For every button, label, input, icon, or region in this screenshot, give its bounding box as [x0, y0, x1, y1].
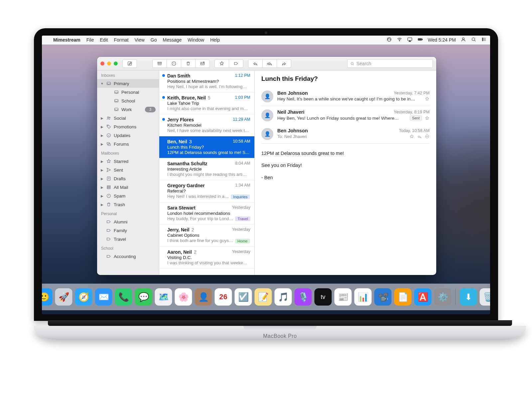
dock-launchpad[interactable]: 🚀 — [55, 288, 72, 306]
tray-icon — [114, 98, 119, 103]
menu-message[interactable]: Message — [163, 37, 182, 43]
sidebar-item-school[interactable]: School — [97, 96, 159, 105]
dock-numbers[interactable]: 📊 — [354, 288, 372, 306]
sidebar-item-forums[interactable]: ▶Forums — [97, 140, 159, 148]
dock-contacts[interactable]: 👤 — [195, 288, 212, 306]
laptop-deck: MacBook Pro — [34, 326, 526, 340]
label-button[interactable] — [229, 59, 243, 68]
menu-edit[interactable]: Edit — [100, 37, 108, 43]
svg-point-34 — [427, 136, 427, 137]
menu-view[interactable]: View — [135, 37, 145, 43]
camera-dot — [265, 32, 267, 34]
dock-downloads[interactable]: ⬇︎ — [460, 288, 477, 306]
menu-go[interactable]: Go — [151, 37, 157, 43]
sidebar-item-travel[interactable]: Travel — [97, 235, 159, 243]
dock-safari[interactable]: 🧭 — [75, 288, 92, 306]
dock-reminders[interactable]: ☑️ — [235, 288, 252, 306]
creative-cloud-icon[interactable] — [386, 37, 392, 43]
thread-message-collapsed[interactable]: 👤Neil JhaveriYesterday, 8:19 PMHey Ben, … — [261, 106, 430, 125]
tag-icon — [106, 124, 111, 129]
message-row[interactable]: Samantha Schultz8:04 AMInteresting Artic… — [159, 158, 254, 180]
control-center-icon[interactable] — [481, 37, 487, 43]
archive-button[interactable] — [152, 59, 167, 68]
sidebar-item-spam[interactable]: ▶Spam — [97, 192, 159, 200]
menu-window[interactable]: Window — [188, 37, 204, 43]
spam-button[interactable] — [167, 59, 181, 68]
compose-button[interactable] — [122, 59, 137, 68]
airplay-icon[interactable] — [407, 37, 413, 43]
window-zoom-button[interactable] — [114, 62, 118, 66]
sidebar-item-drafts[interactable]: ▶Drafts — [97, 174, 159, 183]
menu-file[interactable]: File — [86, 37, 94, 43]
unread-dot-icon — [162, 96, 165, 99]
spotlight-icon[interactable] — [471, 37, 476, 43]
message-row[interactable]: Dan Smith1:12 PMPositions at Mimestream?… — [159, 70, 254, 92]
sidebar-item-primary[interactable]: ▼Primary — [97, 79, 159, 88]
dock-finder[interactable]: 🙂 — [42, 288, 53, 306]
sidebar-item-personal[interactable]: Personal — [97, 88, 159, 96]
wifi-icon[interactable] — [397, 37, 402, 43]
sidebar-item-trash[interactable]: ▶Trash — [97, 200, 159, 209]
dock-facetime[interactable]: 📞 — [115, 288, 132, 306]
dock-trash[interactable]: 🗑️ — [480, 288, 490, 306]
dock-tv[interactable]: tv — [315, 288, 332, 306]
message-row[interactable]: Ben, Neil310:58 AMLunch this Friday?12PM… — [159, 136, 254, 158]
label-tag: Inquiries — [231, 195, 250, 199]
dock-maps[interactable]: 🗺️ — [155, 288, 172, 306]
sidebar-item-updates[interactable]: ▶Updates — [97, 131, 159, 140]
message-row[interactable]: Aaron, Neil2YesterdayVisiting D.C.I was … — [159, 247, 254, 269]
message-row[interactable]: Jerry Flores11:29 AMKitchen RemodelNeil,… — [159, 114, 254, 136]
battery-icon[interactable] — [417, 37, 423, 43]
dock-news[interactable]: 📰 — [334, 288, 352, 306]
reply-button[interactable] — [248, 59, 263, 68]
mark-read-button[interactable] — [195, 59, 210, 68]
dock-appstore[interactable]: 🅰️ — [414, 288, 432, 306]
star-icon[interactable] — [425, 96, 430, 101]
avatar: 👤 — [261, 90, 273, 102]
dock-mail[interactable]: ✉️ — [95, 288, 112, 306]
message-row[interactable]: Jerry, Neil2YesterdayCabinet OptionsI th… — [159, 224, 254, 247]
dock-calendar[interactable]: 26 — [215, 288, 232, 306]
sidebar-item-sent[interactable]: ▶Sent — [97, 166, 159, 174]
sidebar-item-alumni[interactable]: Alumni — [97, 217, 159, 226]
dock-keynote[interactable]: 📽️ — [374, 288, 392, 306]
dock-music[interactable]: 🎵 — [275, 288, 292, 306]
sidebar-item-work[interactable]: Work3 — [97, 105, 159, 114]
star-button[interactable] — [214, 59, 229, 68]
delete-button[interactable] — [181, 59, 196, 68]
menubar-app-name[interactable]: Mimestream — [53, 37, 80, 43]
more-icon[interactable] — [425, 134, 430, 139]
reply-all-button[interactable] — [262, 59, 277, 68]
thread-message-collapsed[interactable]: 👤Ben JohnsonYesterday, 7:42 PMHey Neil, … — [261, 87, 430, 106]
window-minimize-button[interactable] — [107, 62, 111, 66]
dock-settings[interactable]: ⚙️ — [434, 288, 452, 306]
unread-dot-icon — [162, 118, 165, 121]
sidebar-item-starred[interactable]: ▶Starred — [97, 157, 159, 166]
star-icon[interactable] — [425, 116, 430, 121]
dock-notes[interactable]: 📝 — [255, 288, 272, 306]
window-close-button[interactable] — [100, 62, 104, 66]
sidebar-item-promotions[interactable]: ▶Promotions — [97, 122, 159, 131]
reply-icon[interactable] — [417, 134, 422, 139]
user-icon[interactable] — [461, 37, 466, 43]
sidebar-item-accounting[interactable]: Accounting — [97, 252, 159, 261]
menu-format[interactable]: Format — [114, 37, 128, 43]
dock-messages[interactable]: 💬 — [135, 288, 152, 306]
dock-podcasts[interactable]: 🎙️ — [295, 288, 312, 306]
search-field[interactable]: Search — [347, 59, 433, 68]
message-row[interactable]: Gregory Gardner1:34 AMReferral?Hey Neil!… — [159, 180, 254, 202]
message-time: 1:34 AM — [235, 183, 250, 188]
message-row[interactable]: Sara StewartYesterdayLondon hotel recomm… — [159, 202, 254, 225]
message-row[interactable]: Keith, Bruce, Neil51:03 PMLake Tahoe Tri… — [159, 92, 254, 114]
star-icon[interactable] — [409, 134, 414, 139]
sidebar-section-header: Mailboxes — [97, 148, 159, 157]
sidebar-item-all-mail[interactable]: ▶All Mail — [97, 183, 159, 192]
message-time: 11:29 AM — [233, 117, 250, 122]
dock-pages[interactable]: 📄 — [394, 288, 412, 306]
sidebar-item-family[interactable]: Family — [97, 226, 159, 235]
dock-photos[interactable]: 🌸 — [175, 288, 192, 306]
menu-help[interactable]: Help — [210, 37, 220, 43]
sidebar-item-social[interactable]: ▶Social — [97, 114, 159, 122]
forward-button[interactable] — [277, 59, 291, 68]
menubar-clock[interactable]: Wed 5:24 PM — [428, 37, 456, 43]
